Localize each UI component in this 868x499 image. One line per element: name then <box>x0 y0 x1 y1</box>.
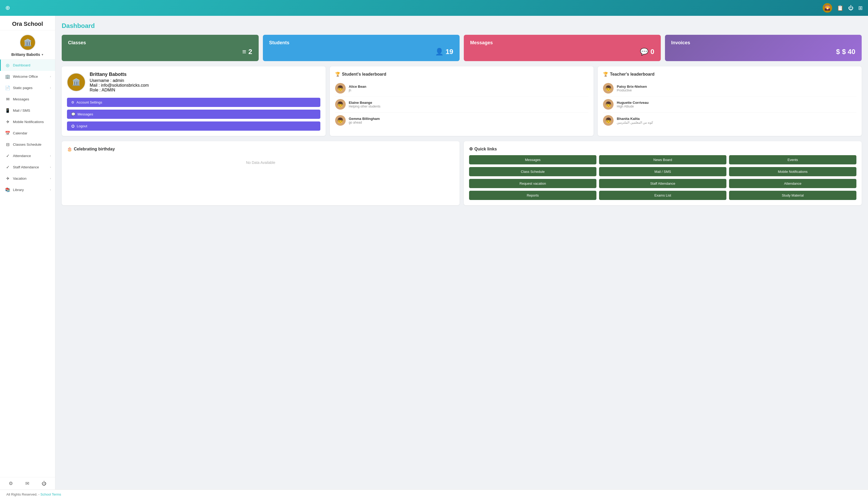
stat-icon-classes: ≡ <box>242 48 246 56</box>
profile-info: Brittany Babotts Username : admin Mail :… <box>90 72 149 93</box>
sidebar-item-dashboard[interactable]: ◎ Dashboard <box>0 60 55 71</box>
students-leaderboard-card: 🏆 Student's leaderboard 👦 Alice Bean jh … <box>330 66 594 136</box>
profile-btn-account-settings[interactable]: ⚙Account Settings <box>67 98 320 107</box>
nav-label-library: Library <box>13 188 24 192</box>
nav-item-left-staff-attendance: ✓ Staff Attendance <box>5 165 39 170</box>
nav-item-left-vacation: ✈ Vacation <box>5 176 27 181</box>
quicklink-btn[interactable]: Events <box>729 155 856 165</box>
quicklink-btn[interactable]: News Board <box>599 155 726 165</box>
birthday-icon: 🎂 <box>67 146 72 151</box>
topbar-avatar[interactable]: 🌄 <box>823 3 832 13</box>
quicklink-btn[interactable]: Messages <box>469 155 596 165</box>
stat-value-messages: 💬 0 <box>470 48 654 56</box>
stat-card-students[interactable]: Students 👤 19 <box>263 35 460 61</box>
quicklink-btn[interactable]: Staff Attendance <box>599 179 726 188</box>
quicklinks-card: ⚙ Quick links MessagesNews BoardEventsCl… <box>464 141 862 205</box>
leader-item: 👦 Gemma Billingham go ahead <box>335 112 588 128</box>
profile-btn-label-logout: Logout <box>77 124 87 128</box>
footer: All Rights Reserved. - School Terms <box>0 489 868 499</box>
sidebar-item-calendar[interactable]: 📅 Calendar <box>0 127 55 139</box>
quicklink-btn[interactable]: Reports <box>469 191 596 200</box>
nav-icon-mail-sms: 📱 <box>5 108 10 113</box>
topbar-grid-icon[interactable]: ⊞ <box>858 5 863 11</box>
quicklinks-title: ⚙ Quick links <box>469 146 856 151</box>
profile-btn-messages[interactable]: 💬Messages <box>67 110 320 119</box>
stat-title-invoices: Invoices <box>671 40 856 46</box>
settings-icon[interactable]: ⚙ <box>9 480 13 486</box>
stat-card-invoices[interactable]: Invoices $ $ 40 <box>665 35 862 61</box>
leader-name: Elaine Beange <box>349 101 380 105</box>
stat-card-classes[interactable]: Classes ≡ 2 <box>62 35 259 61</box>
stat-card-messages[interactable]: Messages 💬 0 <box>464 35 661 61</box>
nav-label-vacation: Vacation <box>13 177 27 181</box>
leader-sub: Productive <box>617 88 647 92</box>
nav-item-left-mobile-notifications: ✈ Mobile Notifications <box>5 119 44 124</box>
sidebar-item-mobile-notifications[interactable]: ✈ Mobile Notifications <box>0 116 55 127</box>
leader-item: 👦 Huguette Corriveau High Attiude <box>603 96 856 112</box>
quicklinks-icon: ⚙ <box>469 146 473 151</box>
nav-icon-welcome-office: 🏢 <box>5 74 10 79</box>
leader-name: Huguette Corriveau <box>617 101 649 105</box>
nav-icon-classes-schedule: ⊟ <box>5 142 10 147</box>
nav-item-left-mail-sms: 📱 Mail / SMS <box>5 108 30 113</box>
power-icon[interactable]: ⏻ <box>41 481 46 486</box>
quicklink-btn[interactable]: Mobile Notifications <box>729 167 856 176</box>
nav-icon-mobile-notifications: ✈ <box>5 119 10 124</box>
sidebar-item-mail-sms[interactable]: 📱 Mail / SMS <box>0 105 55 116</box>
nav-label-attendance: Attendance <box>13 154 31 158</box>
stat-icon-invoices: $ <box>836 48 840 56</box>
sidebar-item-library[interactable]: 📚 Library › <box>0 184 55 195</box>
bottom-row: 🎂 Celebrating birthday No Data Available… <box>62 141 862 205</box>
leader-sub: Helping other students <box>349 105 380 108</box>
profile-avatar: 🏛️ <box>67 73 85 92</box>
profile-avatar-emoji: 🏛️ <box>72 78 80 86</box>
topbar-left: ⊕ <box>5 4 10 11</box>
profile-btn-logout[interactable]: ⏻Logout <box>67 121 320 131</box>
nav-icon-messages: ✉ <box>5 97 10 102</box>
sidebar-username[interactable]: Brittany Babotts ▼ <box>11 52 44 57</box>
main-content: Dashboard Classes ≡ 2 Students 👤 19 Mess… <box>55 16 868 489</box>
nav-label-messages: Messages <box>13 97 29 101</box>
students-leaderboard-title: 🏆 Student's leaderboard <box>335 72 588 77</box>
topbar-power-icon[interactable]: ⏻ <box>848 5 854 11</box>
leader-avatar: 👦 <box>335 115 346 126</box>
leader-name: Bhanita Kalita <box>617 117 653 121</box>
sidebar-item-welcome-office[interactable]: 🏢 Welcome Office › <box>0 71 55 82</box>
sidebar-item-attendance[interactable]: ✓ Attendance › <box>0 150 55 161</box>
username-dropdown-icon: ▼ <box>41 53 44 56</box>
nav-label-calendar: Calendar <box>13 131 27 135</box>
leader-info: Bhanita Kalita كونه من المعلمين الملتزمي… <box>617 117 653 124</box>
quicklink-btn[interactable]: Mail / SMS <box>599 167 726 176</box>
nav-label-welcome-office: Welcome Office <box>13 75 38 78</box>
trophy-icon: 🏆 <box>335 72 341 77</box>
topbar-document-icon[interactable]: 📋 <box>837 5 843 11</box>
quicklink-btn[interactable]: Request vacation <box>469 179 596 188</box>
leader-item: 👦 Patsy Brix-Nielsen Productive <box>603 80 856 96</box>
quicklink-btn[interactable]: Class Schedule <box>469 167 596 176</box>
nav-chevron-attendance: › <box>50 154 51 157</box>
mail-icon[interactable]: ✉ <box>25 480 29 486</box>
nav-item-left-messages: ✉ Messages <box>5 97 29 102</box>
sidebar-item-vacation[interactable]: ✈ Vacation › <box>0 173 55 184</box>
back-icon[interactable]: ⊕ <box>5 4 10 11</box>
stat-title-students: Students <box>269 40 453 46</box>
sidebar-item-messages[interactable]: ✉ Messages <box>0 94 55 105</box>
stat-value-students: 👤 19 <box>269 48 453 56</box>
stat-icon-students: 👤 <box>435 48 443 56</box>
leader-avatar: 👦 <box>603 99 614 110</box>
quicklink-btn[interactable]: Study Material <box>729 191 856 200</box>
profile-btn-label-messages: Messages <box>78 112 93 116</box>
footer-link[interactable]: School Terms <box>40 492 61 496</box>
sidebar-item-classes-schedule[interactable]: ⊟ Classes Schedule <box>0 139 55 150</box>
sidebar-item-staff-attendance[interactable]: ✓ Staff Attendance › <box>0 161 55 173</box>
sidebar-item-static-pages[interactable]: 📄 Static pages › <box>0 82 55 94</box>
nav-chevron-library: › <box>50 188 51 191</box>
nav-icon-calendar: 📅 <box>5 131 10 136</box>
stat-icon-messages: 💬 <box>640 48 649 56</box>
quicklink-btn[interactable]: Attendance <box>729 179 856 188</box>
footer-text: All Rights Reserved. - <box>6 492 39 496</box>
nav-item-left-dashboard: ◎ Dashboard <box>5 63 30 68</box>
quicklink-btn[interactable]: Exams List <box>599 191 726 200</box>
leader-info: Huguette Corriveau High Attiude <box>617 101 649 108</box>
birthday-title: 🎂 Celebrating birthday <box>67 146 454 151</box>
